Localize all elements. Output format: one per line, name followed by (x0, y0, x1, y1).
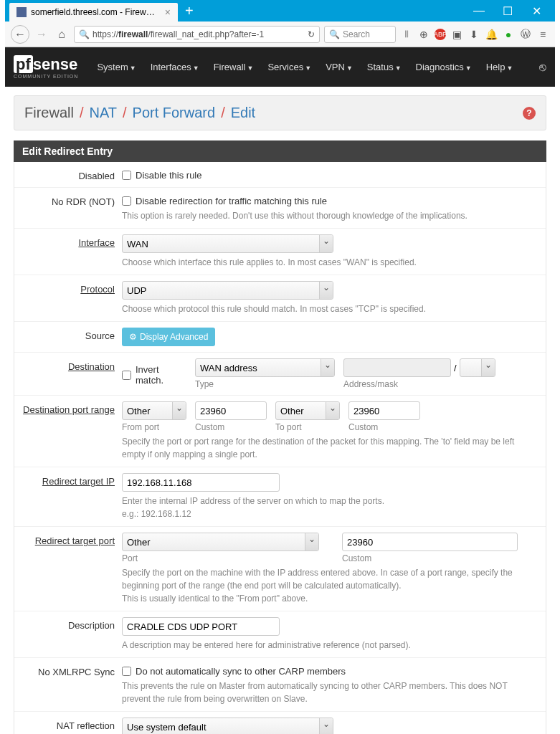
maximize-button[interactable]: ☐ (493, 4, 522, 18)
row-redirect-port: Redirect target port Port Custom Specify… (14, 527, 546, 611)
pfsense-logo[interactable]: pfsense COMMUNITY EDITION (14, 55, 78, 79)
edit-panel: Edit Redirect Entry Disabled Disable thi… (14, 140, 546, 734)
row-destination: Destination Invert match. Type / (14, 353, 546, 396)
invert-match-checkbox[interactable]: Invert match. (122, 361, 186, 389)
nav-status[interactable]: Status▼ (361, 57, 407, 77)
redirect-ip-input[interactable] (122, 473, 280, 492)
nav-system[interactable]: System▼ (91, 57, 141, 77)
row-xmlrpc: No XMLRPC Sync Do not automatically sync… (14, 658, 546, 712)
to-port-select[interactable] (275, 401, 340, 420)
home-button[interactable]: ⌂ (54, 27, 70, 42)
row-interface: Interface Choose which interface this ru… (14, 229, 546, 275)
bc-portforward[interactable]: Port Forward (133, 105, 216, 121)
tab-title: somerfield.threesl.com - Firew… (31, 7, 155, 17)
row-source: Source ⚙ Display Advanced (14, 322, 546, 353)
help-icon[interactable]: ? (523, 107, 536, 120)
bc-firewall[interactable]: Firewall (24, 105, 74, 121)
dest-mask-select (460, 358, 495, 377)
library-icon[interactable]: ⫴ (400, 28, 413, 40)
pfsense-navbar: pfsense COMMUNITY EDITION System▼ Interf… (5, 47, 555, 87)
row-disabled: Disabled Disable this rule (14, 162, 546, 188)
nav-vpn[interactable]: VPN▼ (320, 57, 359, 77)
row-dest-port: Destination port range From port Custom (14, 396, 546, 467)
browser-titlebar: somerfield.threesl.com - Firew… × + — ☐ … (5, 0, 555, 22)
browser-tab[interactable]: somerfield.threesl.com - Firew… × (9, 3, 178, 22)
row-nordr: No RDR (NOT) Disable redirection for tra… (14, 188, 546, 229)
nat-reflection-select[interactable] (122, 718, 333, 734)
browser-navbar: ← → ⌂ 🔍 https://firewall/firewall_nat_ed… (5, 22, 555, 47)
redirect-custom-input[interactable] (342, 533, 518, 551)
description-input[interactable] (122, 617, 280, 636)
bc-nat[interactable]: NAT (89, 105, 117, 121)
display-advanced-button[interactable]: ⚙ Display Advanced (122, 328, 215, 346)
minimize-button[interactable]: — (465, 4, 493, 17)
globe-icon[interactable]: ⊕ (417, 29, 430, 40)
redirect-ip-help: Enter the internal IP address of the ser… (122, 495, 536, 520)
dest-type-select[interactable] (195, 358, 335, 377)
close-window-button[interactable]: ✕ (522, 4, 551, 18)
row-nat-reflection: NAT reflection (14, 712, 546, 734)
nav-services[interactable]: Services▼ (262, 57, 317, 77)
sidebar-icon[interactable]: ▣ (450, 29, 463, 40)
dest-address-input (343, 358, 451, 377)
nav-firewall[interactable]: Firewall▼ (208, 57, 260, 77)
notifications-icon[interactable]: 🔔 (485, 29, 498, 40)
search-box[interactable]: 🔍Search (324, 26, 396, 43)
nav-menu: System▼ Interfaces▼ Firewall▼ Services▼ … (91, 57, 518, 77)
close-icon[interactable]: × (165, 6, 171, 18)
disabled-checkbox[interactable]: Disable this rule (122, 170, 536, 181)
row-redirect-ip: Redirect target IP Enter the internal IP… (14, 467, 546, 527)
to-custom-input[interactable] (348, 401, 420, 420)
nav-help[interactable]: Help▼ (480, 57, 519, 77)
from-custom-input[interactable] (195, 401, 267, 420)
from-port-select[interactable] (122, 401, 186, 420)
reload-icon[interactable]: ↻ (308, 29, 315, 39)
logout-icon[interactable]: ⎋ (539, 61, 546, 74)
breadcrumb: Firewall/ NAT/ Port Forward/ Edit ? (14, 95, 546, 130)
addon-icon-1[interactable]: ● (502, 29, 515, 40)
new-tab-button[interactable]: + (185, 3, 194, 19)
url-text: https://firewall/firewall_nat_edit.php?a… (92, 29, 308, 39)
protocol-select[interactable] (122, 281, 333, 300)
nav-interfaces[interactable]: Interfaces▼ (145, 57, 205, 77)
menu-icon[interactable]: ≡ (536, 29, 549, 40)
favicon (16, 7, 27, 17)
bc-edit[interactable]: Edit (231, 105, 255, 121)
row-description: Description A description may be entered… (14, 611, 546, 658)
addon-icon-2[interactable]: Ⓦ (519, 28, 532, 41)
nordr-checkbox[interactable]: Disable redirection for traffic matching… (122, 196, 536, 206)
panel-title: Edit Redirect Entry (14, 140, 546, 162)
url-bar[interactable]: 🔍 https://firewall/firewall_nat_edit.php… (74, 26, 320, 43)
downloads-icon[interactable]: ⬇ (468, 29, 480, 40)
abp-icon[interactable]: ABP (435, 29, 446, 40)
forward-button[interactable]: → (34, 27, 49, 42)
interface-select[interactable] (122, 234, 333, 253)
row-protocol: Protocol Choose which protocol this rule… (14, 275, 546, 322)
redirect-port-select[interactable] (122, 533, 319, 551)
nav-diagnostics[interactable]: Diagnostics▼ (410, 57, 478, 77)
back-button[interactable]: ← (11, 25, 29, 44)
xmlrpc-checkbox[interactable]: Do not automatically sync to other CARP … (122, 666, 536, 677)
